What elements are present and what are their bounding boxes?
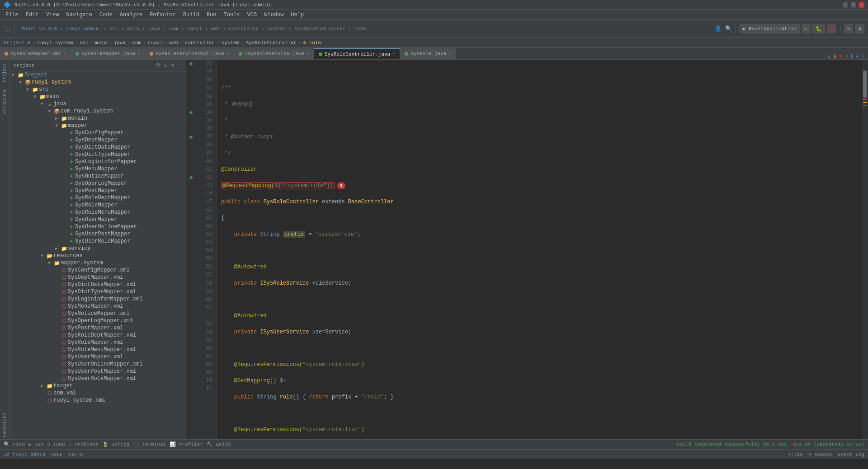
tree-item-syspostmapper[interactable]: ● SysPostMapper [10, 187, 186, 194]
menu-window[interactable]: Window [260, 11, 287, 19]
find-tab[interactable]: 🔍 Find [4, 441, 25, 447]
sync-icon[interactable]: ⟳ [155, 61, 161, 70]
nav-sysrolecontroller[interactable]: SysRoleController [246, 40, 297, 46]
stop-button[interactable]: ■ [827, 24, 836, 33]
nav-ruoyi[interactable]: ruoyi [148, 40, 163, 46]
tree-item-sysdicttypemapper-xml[interactable]: ⬡ SysDictTypeMapper.xml [10, 288, 186, 295]
tree-item-sysuserpostmapper[interactable]: ● SysUserPostMapper [10, 230, 186, 238]
tree-item-ruoyi-system-xml[interactable]: ⬡ ruoyi-system.xml [10, 397, 186, 404]
tree-item-sysdictdatamapper[interactable]: ● SysDictDataMapper [10, 144, 186, 151]
code-editor[interactable]: ◉ ◉ ◉ ◉ 28 29 30 31 32 33 34 35 36 [186, 60, 868, 439]
tree-item-resources[interactable]: ▼ 📂 resources [10, 252, 186, 259]
tree-item-src[interactable]: ▼ 📁 src [10, 86, 186, 93]
collapse-all-icon[interactable]: ⊟ [163, 61, 168, 70]
tab-isysroleservice[interactable]: ISysRoleService.java × [234, 48, 314, 59]
project-label[interactable]: RuoYi-v4.6.0 › ruoyi-admin [19, 25, 102, 33]
nav-controller[interactable]: controller [185, 40, 215, 46]
tree-item-ruoyi-system[interactable]: ▼ 📦 ruoyi-system [10, 79, 186, 86]
tree-item-sysrolemenumapper-xml[interactable]: ⬡ SysRoleMenuMapper.xml [10, 346, 186, 353]
menu-analyze[interactable]: Analyze [116, 11, 146, 19]
tab-close[interactable]: × [392, 52, 395, 56]
tree-item-java[interactable]: ▼ ☕ java [10, 100, 186, 108]
tab-close[interactable]: × [137, 52, 140, 56]
build-tab[interactable]: 🔨 Build [207, 441, 231, 447]
tree-item-sysnoticemapper[interactable]: ● SysNoticeMapper [10, 173, 186, 180]
cursor-position[interactable]: 47:18 [788, 452, 803, 457]
tree-item-sysmenumapper[interactable]: ● SysMenuMapper [10, 165, 186, 173]
tab-close[interactable]: × [448, 52, 451, 56]
tab-sysrolecontroller[interactable]: SysRoleController.java × [314, 48, 400, 59]
nav-main[interactable]: main [95, 40, 107, 46]
nav-project[interactable]: Project ▼ [4, 40, 30, 46]
menu-tools[interactable]: Tools [220, 11, 244, 19]
encoding-status[interactable]: UTF-8 [68, 452, 83, 457]
tree-item-sysoperlogmapper[interactable]: ● SysOperLogMapper [10, 180, 186, 187]
tree-item-target[interactable]: ▶ 📁 target [10, 382, 186, 389]
tree-item-sysuseronlinemapper-xml[interactable]: ⬡ SysUserOnlineMapper.xml [10, 361, 186, 368]
tree-item-sysusermapper[interactable]: ● SysUserMapper [10, 216, 186, 223]
nav-src[interactable]: src [80, 40, 89, 46]
profiler-tab[interactable]: 📊 Profiler [170, 441, 203, 447]
tree-item-sysroledeptmapper[interactable]: ● SysRoleDeptMapper [10, 194, 186, 202]
account-icon[interactable]: 👤 [715, 25, 722, 32]
spring-tab[interactable]: 🍃 Spring [102, 441, 129, 447]
expand-icon[interactable]: ⟩ [861, 53, 864, 59]
event-log[interactable]: Event Log [838, 452, 864, 457]
tree-item-sysrolemapper-xml[interactable]: ⬡ SysRoleMapper.xml [10, 339, 186, 346]
nav-system[interactable]: system [221, 40, 239, 46]
tree-item-project[interactable]: ▼ 📁 Project [10, 71, 186, 79]
tree-item-sysdicttypemapper[interactable]: ● SysDictTypeMapper [10, 151, 186, 158]
tree-item-sysmenumapper-xml[interactable]: ⬡ SysMenuMapper.xml [10, 303, 186, 310]
menu-build[interactable]: Build [179, 11, 203, 19]
tree-item-pom-xml[interactable]: ⬡ pom.xml [10, 389, 186, 397]
settings-button[interactable]: ⚙ [855, 24, 864, 33]
tree-item-sysrolemenumapper[interactable]: ● SysRoleMenuMapper [10, 209, 186, 216]
scroll-thumb[interactable] [863, 70, 867, 98]
tree-item-sysnoticemapper-xml[interactable]: ⬡ SysNoticeMapper.xml [10, 310, 186, 317]
lf-status[interactable]: CRLF [51, 452, 62, 457]
tab-close[interactable]: × [226, 52, 229, 56]
tab-close[interactable]: × [63, 52, 66, 56]
tree-item-service[interactable]: ▶ 📁 service [10, 245, 186, 252]
tree-item-mapper-system[interactable]: ▼ 📁 mapper.system [10, 259, 186, 267]
menu-refactor[interactable]: Refactor [146, 11, 179, 19]
todo-tab[interactable]: ☑ TODO [47, 441, 65, 447]
project-icon[interactable]: ⬛ [4, 25, 11, 33]
git-branch[interactable]: ⎇ ruoyi-admin [4, 451, 45, 457]
nav-ruoyi-system[interactable]: ruoyi-system [37, 40, 73, 46]
problems-tab[interactable]: ⚠ Problems [69, 441, 99, 447]
tab-sysroleserviceimpl[interactable]: SysRoleServiceImpl.java × [145, 48, 234, 59]
tree-item-sysuserpostmapper-xml[interactable]: ⬡ SysUserPostMapper.xml [10, 368, 186, 375]
menu-run[interactable]: Run [203, 11, 220, 19]
tree-item-sysusermapper-xml[interactable]: ⬡ SysUserMapper.xml [10, 353, 186, 361]
menu-edit[interactable]: Edit [22, 11, 42, 19]
run-config-button[interactable]: ▶ RuoYiApplication [740, 24, 800, 33]
tab-sysrolemapper-java[interactable]: SysRoleMapper.java × [71, 48, 145, 59]
close-button[interactable]: ✕ [859, 2, 864, 8]
hide-icon[interactable]: — [177, 61, 182, 70]
menu-file[interactable]: File [2, 11, 22, 19]
indent-status[interactable]: 4 spaces [808, 452, 832, 457]
update-button[interactable]: ↻ [844, 24, 854, 33]
nav-java[interactable]: java [113, 40, 125, 46]
tree-item-com-ruoyi-system[interactable]: ▼ 📦 com.ruoyi.system [10, 108, 186, 115]
tree-item-sysuserrolemapper-xml[interactable]: ⬡ SysUserRoleMapper.xml [10, 375, 186, 382]
tree-item-sysdictdatamapper-xml[interactable]: ⬡ SysDictDataMapper.xml [10, 281, 186, 288]
terminal-tab[interactable]: ⬛ Terminal [133, 441, 166, 447]
tree-item-sysoperlogmapper-xml[interactable]: ⬡ SysOperLogMapper.xml [10, 317, 186, 324]
menu-help[interactable]: Help [287, 11, 307, 19]
tree-item-sysrolemapper[interactable]: ● SysRoleMapper [10, 202, 186, 209]
tree-item-sysdeptmapper[interactable]: ● SysDeptMapper [10, 136, 186, 144]
debug-button[interactable]: 🐛 [812, 24, 825, 33]
tree-item-mapper[interactable]: ▼ 📁 mapper [10, 122, 186, 129]
tree-item-sysuserrolemapper[interactable]: ● SysUserRoleMapper [10, 238, 186, 245]
tree-item-syspostmapper-xml[interactable]: ⬡ SysPostMapper.xml [10, 324, 186, 332]
run-tab[interactable]: ▶ Run [28, 441, 43, 447]
favorites-panel-button[interactable]: Favorites [1, 411, 8, 439]
minimap-scrollbar[interactable] [862, 60, 868, 439]
tree-item-domain[interactable]: ▶ 📁 domain [10, 115, 186, 122]
tree-item-sysconfigmapper-xml[interactable]: ⬡ SysConfigMapper.xml [10, 267, 186, 274]
tab-sysrole-java[interactable]: SysRole.java × [400, 48, 456, 59]
minimize-button[interactable]: ─ [843, 2, 848, 8]
tree-item-main[interactable]: ▼ 📁 main [10, 93, 186, 100]
